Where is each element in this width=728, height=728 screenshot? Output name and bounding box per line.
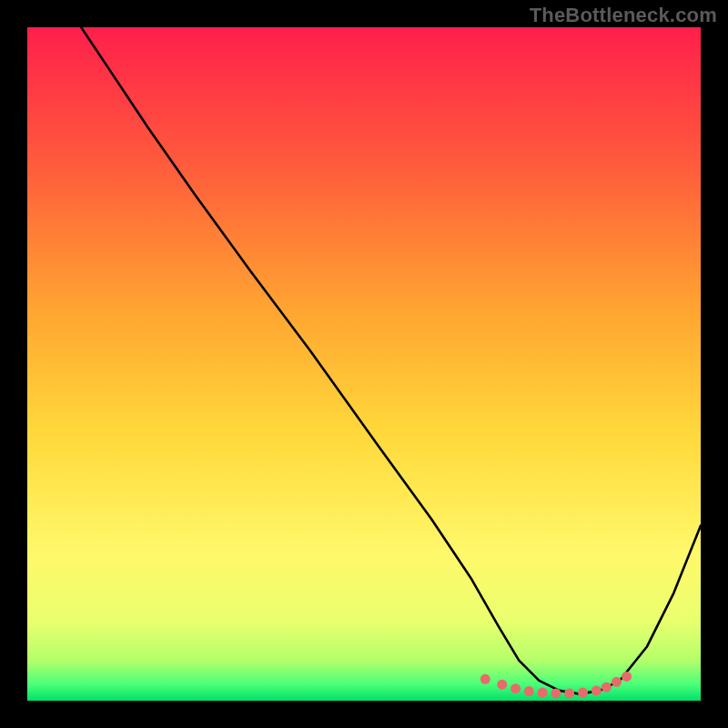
plot-area: [27, 27, 701, 701]
gradient-background: [27, 27, 701, 701]
marker-dot: [602, 682, 612, 693]
marker-dot: [578, 688, 588, 698]
marker-dot: [524, 686, 534, 696]
marker-dot: [622, 672, 632, 682]
plot-svg: [27, 27, 701, 701]
marker-dot: [511, 683, 521, 693]
chart-frame: TheBottleneck.com: [0, 0, 728, 728]
marker-dot: [538, 688, 548, 698]
marker-dot: [480, 674, 490, 684]
marker-dot: [564, 688, 574, 698]
marker-dot: [612, 677, 622, 687]
marker-dot: [551, 688, 561, 698]
marker-dot: [592, 685, 602, 695]
watermark-text: TheBottleneck.com: [530, 4, 717, 27]
marker-dot: [497, 680, 507, 690]
